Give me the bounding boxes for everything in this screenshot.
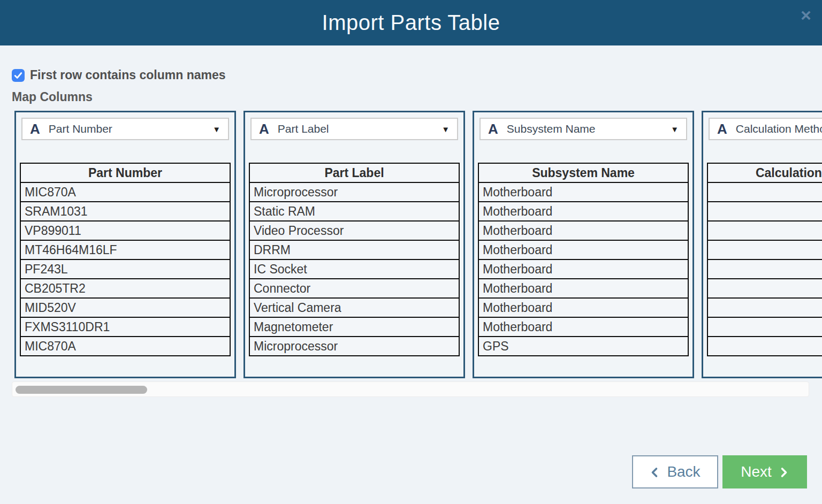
table-cell: Motherboard: [478, 259, 688, 279]
table-cell: Motherboard: [478, 317, 688, 337]
preview-table: Part Label MicroprocessorStatic RAMVideo…: [249, 163, 460, 356]
table-row: VP899011: [20, 221, 230, 240]
table-row: Motherboard: [478, 202, 688, 221]
table-cell: VP899011: [20, 221, 230, 240]
text-attribute-icon: A: [488, 122, 498, 136]
table-row: Motherboard: [478, 182, 688, 202]
table-row: [707, 337, 822, 356]
table-cell: [707, 202, 822, 221]
table-cell: Motherboard: [478, 182, 688, 202]
column-mapping-value: Calculation Method: [736, 123, 822, 135]
chevron-left-icon: [650, 467, 659, 478]
table-row: Motherboard: [478, 317, 688, 337]
chevron-down-icon: ▼: [671, 125, 679, 134]
first-row-checkbox[interactable]: [12, 69, 25, 82]
table-row: Motherboard: [478, 279, 688, 298]
text-attribute-icon: A: [30, 122, 40, 136]
table-row: MIC870A: [20, 182, 230, 202]
table-cell: PF243L: [20, 259, 230, 279]
column-panel-subsystem-name: A Subsystem Name ▼ Subsystem Name Mother…: [473, 111, 694, 378]
back-button[interactable]: Back: [632, 455, 718, 488]
close-icon[interactable]: ×: [796, 5, 816, 25]
table-cell: [707, 182, 822, 202]
preview-table: Subsystem Name MotherboardMotherboardMot…: [478, 163, 689, 356]
column-mapping-value: Subsystem Name: [507, 123, 666, 135]
table-cell: FXMS3110DR1: [20, 317, 230, 337]
table-cell: DRRM: [249, 240, 459, 259]
table-row: MIC870A: [20, 337, 230, 356]
table-cell: Motherboard: [478, 298, 688, 317]
table-row: [707, 317, 822, 337]
column-mapping-value: Part Label: [278, 123, 437, 135]
preview-table: Part Number MIC870ASRAM1031VP899011MT46H…: [20, 163, 231, 356]
text-attribute-icon: A: [717, 122, 727, 136]
table-cell: IC Socket: [249, 259, 459, 279]
table-header: Subsystem Name: [478, 163, 688, 182]
column-mapping-select[interactable]: A Part Label ▼: [250, 118, 458, 140]
table-row: GPS: [478, 337, 688, 356]
table-cell: [707, 337, 822, 356]
table-row: [707, 202, 822, 221]
table-cell: Microprocessor: [249, 182, 459, 202]
table-row: DRRM: [249, 240, 459, 259]
table-header: Calculation Method: [707, 163, 822, 182]
table-row: IC Socket: [249, 259, 459, 279]
table-row: [707, 182, 822, 202]
scrollbar-thumb[interactable]: [16, 386, 147, 394]
table-row: Microprocessor: [249, 182, 459, 202]
table-row: Static RAM: [249, 202, 459, 221]
text-attribute-icon: A: [259, 122, 269, 136]
table-row: [707, 259, 822, 279]
table-row: SRAM1031: [20, 202, 230, 221]
table-cell: Motherboard: [478, 221, 688, 240]
table-cell: Motherboard: [478, 240, 688, 259]
table-row: FXMS3110DR1: [20, 317, 230, 337]
table-header: Part Number: [20, 163, 230, 182]
first-row-option[interactable]: First row contains column names: [12, 68, 822, 82]
table-cell: GPS: [478, 337, 688, 356]
table-row: Video Processor: [249, 221, 459, 240]
table-row: [707, 221, 822, 240]
table-row: Microprocessor: [249, 337, 459, 356]
table-row: MT46H64M16LF: [20, 240, 230, 259]
table-cell: Magnetometer: [249, 317, 459, 337]
table-cell: MID520V: [20, 298, 230, 317]
table-row: MID520V: [20, 298, 230, 317]
chevron-right-icon: [779, 467, 789, 478]
table-cell: Motherboard: [478, 202, 688, 221]
table-row: [707, 279, 822, 298]
table-cell: [707, 279, 822, 298]
table-cell: [707, 240, 822, 259]
table-cell: [707, 317, 822, 337]
table-cell: Motherboard: [478, 279, 688, 298]
table-row: Magnetometer: [249, 317, 459, 337]
table-cell: Vertical Camera: [249, 298, 459, 317]
table-header: Part Label: [249, 163, 459, 182]
table-row: Motherboard: [478, 221, 688, 240]
next-button[interactable]: Next: [722, 455, 807, 488]
table-row: Motherboard: [478, 298, 688, 317]
back-button-label: Back: [667, 463, 700, 480]
table-cell: [707, 298, 822, 317]
chevron-down-icon: ▼: [442, 125, 450, 134]
preview-table: Calculation Method: [707, 163, 822, 356]
table-cell: Microprocessor: [249, 337, 459, 356]
table-cell: MIC870A: [20, 182, 230, 202]
table-row: Motherboard: [478, 240, 688, 259]
column-panel-part-label: A Part Label ▼ Part Label Microprocessor…: [243, 111, 465, 378]
map-columns-label: Map Columns: [12, 90, 822, 104]
table-row: Connector: [249, 279, 459, 298]
next-button-label: Next: [741, 463, 772, 480]
table-cell: [707, 221, 822, 240]
table-row: [707, 240, 822, 259]
table-row: Vertical Camera: [249, 298, 459, 317]
column-mapping-select[interactable]: A Part Number ▼: [21, 118, 229, 140]
column-mapping-select[interactable]: A Calculation Method ▼: [709, 118, 822, 140]
column-mapping-select[interactable]: A Subsystem Name ▼: [480, 118, 687, 140]
horizontal-scrollbar[interactable]: [12, 381, 809, 397]
columns-container: A Part Number ▼ Part Number MIC870ASRAM1…: [14, 111, 822, 378]
table-cell: Video Processor: [249, 221, 459, 240]
table-cell: SRAM1031: [20, 202, 230, 221]
table-cell: CB205TR2: [20, 279, 230, 298]
column-panel-calculation-method: A Calculation Method ▼ Calculation Metho…: [702, 111, 822, 378]
